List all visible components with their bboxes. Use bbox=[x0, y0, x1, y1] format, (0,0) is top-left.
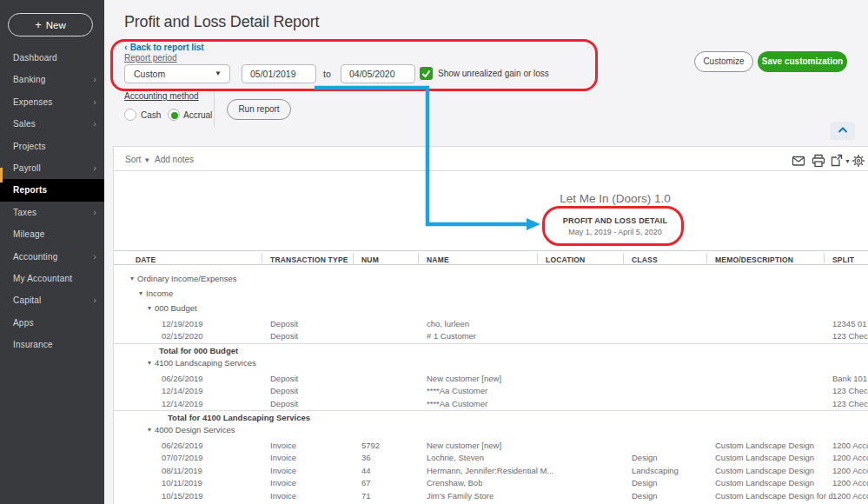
export-caret-icon[interactable]: ▼ bbox=[845, 158, 851, 164]
column-header-name: NAME bbox=[427, 255, 449, 264]
account-group-row: ▾Income bbox=[114, 287, 868, 300]
account-group-label: Income bbox=[146, 288, 173, 298]
table-header: DATETRANSACTION TYPENUMNAMELOCATIONCLASS… bbox=[114, 250, 868, 265]
sidebar-item-expenses[interactable]: Expenses› bbox=[0, 91, 104, 113]
collapse-caret-icon[interactable]: ▾ bbox=[139, 287, 142, 300]
cell-split: 123 Check bbox=[832, 385, 868, 397]
cell-name: New customer [new] bbox=[427, 440, 501, 452]
cell-split: 12345 01 W bbox=[832, 318, 868, 330]
back-to-report-list-link[interactable]: ‹Back to report list bbox=[124, 42, 204, 52]
cell-date: 12/14/2019 bbox=[162, 398, 203, 410]
cell-split: 1200 Acco bbox=[832, 440, 868, 452]
header-divider bbox=[353, 253, 354, 263]
page-title: Profit and Loss Detail Report bbox=[124, 13, 319, 31]
cell-num: 67 bbox=[361, 477, 371, 489]
period-select-value: Custom bbox=[134, 69, 165, 79]
sidebar-item-taxes[interactable]: Taxes› bbox=[0, 202, 104, 223]
collapse-caret-icon[interactable]: ▾ bbox=[130, 272, 134, 285]
column-header-class: CLASS bbox=[632, 255, 658, 264]
export-icon[interactable] bbox=[830, 154, 844, 171]
sidebar-item-label: Sales bbox=[13, 119, 36, 129]
sort-dropdown[interactable]: Sort ▼ bbox=[125, 155, 150, 164]
cell-memo: Custom Landscape Design bbox=[715, 477, 814, 489]
chevron-right-icon: › bbox=[93, 91, 96, 113]
sidebar-item-my-accountant[interactable]: My Accountant bbox=[0, 268, 104, 289]
cell-split: 1200 Acco bbox=[832, 452, 868, 464]
sidebar-item-label: Accounting bbox=[13, 252, 57, 262]
chevron-right-icon: › bbox=[93, 289, 96, 311]
new-button[interactable]: +New bbox=[8, 13, 93, 36]
sidebar-item-capital[interactable]: Capital› bbox=[0, 289, 104, 311]
cell-split: 1200 Acco bbox=[832, 490, 868, 502]
email-icon[interactable] bbox=[792, 154, 805, 171]
add-notes-link[interactable]: Add notes bbox=[155, 155, 194, 164]
cell-transaction-type: Deposit bbox=[270, 318, 298, 330]
sidebar-item-label: Dashboard bbox=[13, 53, 57, 63]
cell-class: Design bbox=[632, 452, 658, 464]
account-group-label: 000 Budget bbox=[155, 303, 197, 313]
header-divider bbox=[262, 253, 262, 263]
sidebar-item-label: Apps bbox=[13, 318, 34, 328]
collapse-caret-icon[interactable]: ▾ bbox=[148, 423, 151, 436]
transaction-row[interactable]: 12/14/2019Deposit****Aa Customer123 Chec… bbox=[114, 385, 868, 397]
chevron-right-icon: › bbox=[93, 246, 96, 268]
transaction-row[interactable]: 10/11/2019Invoice67Crenshaw, BobDesignCu… bbox=[114, 477, 868, 489]
date-from-input[interactable]: 05/01/2019 bbox=[242, 64, 316, 83]
sidebar-item-label: Capital bbox=[13, 295, 42, 305]
cell-date: 12/14/2019 bbox=[162, 385, 203, 397]
sidebar-item-label: Expenses bbox=[13, 97, 53, 107]
cell-transaction-type: Deposit bbox=[270, 373, 298, 385]
cell-name: ****Aa Customer bbox=[427, 385, 487, 397]
transaction-row[interactable]: 02/15/2020Deposit# 1 Customer123 Check bbox=[114, 330, 868, 342]
sidebar-item-reports[interactable]: Reports bbox=[0, 179, 104, 201]
transaction-row[interactable]: 08/11/2019Invoice44Hermann, Jennifer:Res… bbox=[114, 465, 868, 477]
cell-date: 08/11/2019 bbox=[162, 465, 202, 477]
transaction-row[interactable]: 12/14/2019Deposit****Aa Customer123 Chec… bbox=[114, 398, 868, 410]
cell-transaction-type: Invoice bbox=[270, 440, 296, 452]
cell-split: 1200 Acco bbox=[832, 465, 868, 477]
sidebar-item-label: Insurance bbox=[13, 340, 53, 349]
report-period-select[interactable]: Custom▼ bbox=[124, 64, 230, 83]
transaction-row[interactable]: 07/07/2019Invoice36Lochrie, StevenDesign… bbox=[114, 452, 868, 464]
report-period-label: Report period bbox=[124, 53, 177, 63]
sidebar: +New DashboardBanking›Expenses›Sales›Pro… bbox=[0, 0, 104, 504]
accrual-radio[interactable] bbox=[168, 109, 180, 121]
cell-memo: Custom Landscape Design bbox=[715, 452, 814, 464]
cell-num: 5792 bbox=[361, 440, 380, 452]
date-to-input[interactable]: 04/05/2020 bbox=[341, 64, 415, 83]
sidebar-item-mileage[interactable]: Mileage bbox=[0, 223, 104, 245]
sidebar-item-label: Reports bbox=[13, 185, 47, 195]
print-icon[interactable] bbox=[812, 154, 825, 171]
cell-transaction-type: Deposit bbox=[270, 398, 298, 410]
sidebar-item-label: Projects bbox=[13, 142, 46, 151]
sidebar-item-apps[interactable]: Apps bbox=[0, 312, 104, 334]
run-report-button[interactable]: Run report bbox=[227, 99, 291, 120]
customize-button[interactable]: Customize bbox=[694, 51, 753, 72]
cell-split: 123 Check bbox=[832, 330, 868, 342]
show-unrealized-label: Show unrealized gain or loss bbox=[438, 69, 549, 78]
sidebar-item-accounting[interactable]: Accounting› bbox=[0, 246, 104, 268]
show-unrealized-checkbox[interactable] bbox=[420, 67, 433, 80]
sidebar-item-projects[interactable]: Projects bbox=[0, 136, 104, 157]
transaction-row[interactable]: 12/19/2019Depositcho, lurleen12345 01 W bbox=[114, 318, 868, 330]
header-divider bbox=[824, 253, 825, 263]
vertical-divider bbox=[214, 90, 215, 127]
transaction-row[interactable]: 06/26/2019DepositNew customer [new]Bank … bbox=[114, 373, 868, 385]
sidebar-item-sales[interactable]: Sales› bbox=[0, 113, 104, 135]
chevron-right-icon: › bbox=[93, 113, 96, 135]
sort-label: Sort bbox=[125, 155, 141, 164]
transaction-row[interactable]: 10/15/2019Invoice71Jim's Family StoreDes… bbox=[114, 490, 868, 502]
sidebar-item-banking[interactable]: Banking› bbox=[0, 69, 104, 90]
sidebar-item-label: My Accountant bbox=[13, 274, 72, 283]
dropdown-caret-icon: ▼ bbox=[215, 65, 222, 83]
cash-radio[interactable] bbox=[124, 109, 136, 121]
transaction-row[interactable]: 06/26/2019Invoice5792New customer [new]C… bbox=[114, 440, 868, 452]
gear-icon[interactable] bbox=[851, 154, 865, 171]
collapse-caret-icon[interactable]: ▾ bbox=[148, 302, 151, 315]
sidebar-item-dashboard[interactable]: Dashboard bbox=[0, 47, 104, 69]
collapse-button[interactable] bbox=[830, 122, 855, 140]
save-customization-button[interactable]: Save customization bbox=[758, 51, 847, 72]
sidebar-item-insurance[interactable]: Insurance bbox=[0, 334, 104, 355]
collapse-caret-icon[interactable]: ▾ bbox=[148, 356, 151, 369]
sidebar-item-payroll[interactable]: Payroll› bbox=[0, 157, 104, 179]
